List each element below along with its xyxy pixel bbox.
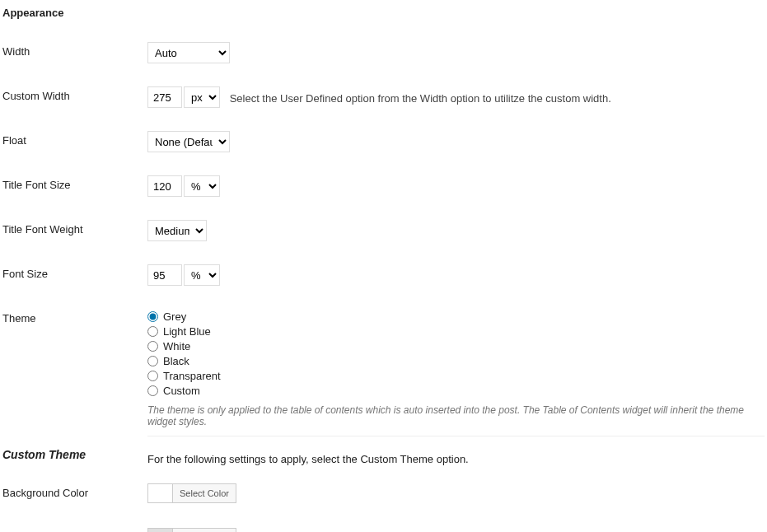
- float-select[interactable]: None (Default): [147, 131, 230, 152]
- custom-theme-hint: For the following settings to apply, sel…: [147, 453, 469, 465]
- theme-option-light-blue[interactable]: Light Blue: [147, 324, 765, 338]
- background-color-label: Background Color: [2, 483, 147, 499]
- theme-radio-light-blue[interactable]: [147, 326, 158, 337]
- title-font-weight-label: Title Font Weight: [2, 220, 147, 236]
- border-color-label: Border Color: [2, 528, 147, 532]
- width-select[interactable]: Auto: [147, 42, 230, 63]
- background-color-button[interactable]: Select Color: [173, 484, 236, 502]
- divider: [147, 436, 765, 436]
- theme-row: Theme Grey Light Blue White Black: [2, 309, 765, 427]
- custom-width-row: Custom Width px Select the User Defined …: [2, 86, 765, 108]
- title-font-weight-select[interactable]: Medium: [147, 220, 207, 241]
- theme-option-grey[interactable]: Grey: [147, 309, 765, 324]
- theme-option-transparent[interactable]: Transparent: [147, 368, 765, 383]
- section-heading: Appearance: [2, 7, 765, 19]
- custom-theme-heading: Custom Theme: [2, 448, 147, 461]
- theme-radio-transparent-label: Transparent: [163, 370, 221, 382]
- title-font-size-unit-select[interactable]: %: [184, 175, 220, 197]
- border-color-row: Border Color Select Color: [2, 528, 765, 532]
- custom-width-hint: Select the User Defined option from the …: [230, 92, 611, 105]
- theme-radio-custom-label: Custom: [163, 385, 200, 397]
- custom-theme-heading-row: Custom Theme For the following settings …: [2, 448, 765, 465]
- width-label: Width: [2, 42, 147, 58]
- theme-radio-transparent[interactable]: [147, 371, 158, 381]
- float-row: Float None (Default): [2, 131, 765, 152]
- theme-radio-white-label: White: [163, 340, 190, 352]
- appearance-section: Appearance Width Auto Custom Width px Se…: [2, 7, 765, 532]
- font-size-row: Font Size %: [2, 264, 765, 286]
- title-font-size-input[interactable]: [147, 175, 182, 197]
- title-font-size-row: Title Font Size %: [2, 175, 765, 197]
- border-color-swatch: [148, 529, 173, 532]
- theme-radio-list: Grey Light Blue White Black Transparent: [147, 309, 765, 398]
- font-size-label: Font Size: [2, 264, 147, 280]
- custom-width-input[interactable]: [147, 86, 182, 108]
- theme-radio-grey-label: Grey: [163, 310, 186, 323]
- float-label: Float: [2, 131, 147, 147]
- theme-radio-custom[interactable]: [147, 385, 158, 396]
- theme-option-black[interactable]: Black: [147, 353, 765, 368]
- theme-radio-white[interactable]: [147, 341, 158, 352]
- custom-width-unit-select[interactable]: px: [184, 86, 220, 108]
- theme-radio-black[interactable]: [147, 356, 158, 366]
- background-color-swatch: [148, 484, 173, 502]
- theme-radio-black-label: Black: [163, 355, 189, 367]
- custom-width-label: Custom Width: [2, 86, 147, 102]
- theme-label: Theme: [2, 309, 147, 324]
- theme-option-custom[interactable]: Custom: [147, 383, 765, 398]
- background-color-picker[interactable]: Select Color: [147, 483, 236, 503]
- font-size-input[interactable]: [147, 264, 182, 286]
- theme-option-white[interactable]: White: [147, 338, 765, 353]
- background-color-row: Background Color Select Color: [2, 483, 765, 505]
- theme-radio-light-blue-label: Light Blue: [163, 325, 211, 338]
- border-color-button[interactable]: Select Color: [173, 529, 236, 532]
- width-row: Width Auto: [2, 42, 765, 63]
- border-color-picker[interactable]: Select Color: [147, 528, 236, 532]
- title-font-weight-row: Title Font Weight Medium: [2, 220, 765, 241]
- theme-radio-grey[interactable]: [147, 311, 158, 322]
- theme-note: The theme is only applied to the table o…: [147, 404, 765, 427]
- font-size-unit-select[interactable]: %: [184, 264, 220, 286]
- title-font-size-label: Title Font Size: [2, 175, 147, 191]
